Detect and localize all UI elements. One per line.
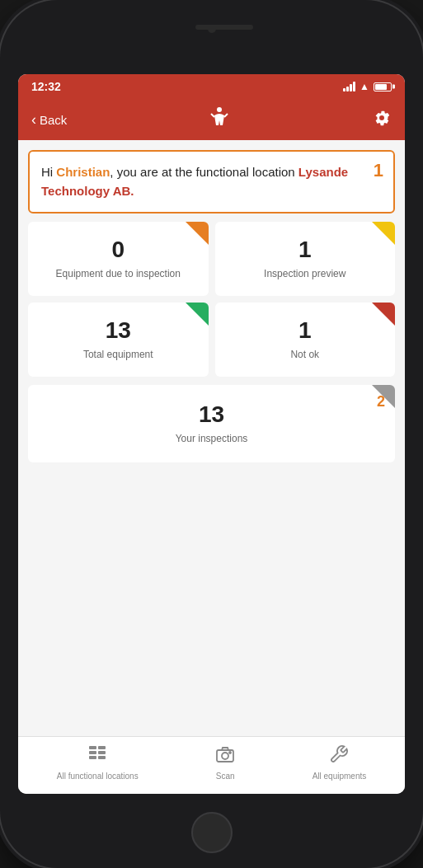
corner-triangle-red bbox=[372, 303, 395, 326]
tab-scan-label: Scan bbox=[216, 772, 235, 781]
welcome-prefix: Hi bbox=[41, 165, 56, 179]
home-button[interactable] bbox=[191, 812, 233, 853]
svg-rect-7 bbox=[89, 756, 96, 759]
total-equipment-label: Total equipment bbox=[83, 349, 153, 362]
not-ok-number: 1 bbox=[298, 317, 312, 344]
tab-all-locations[interactable]: All functional locations bbox=[57, 744, 139, 781]
svg-line-1 bbox=[211, 114, 214, 117]
tab-scan[interactable]: Scan bbox=[215, 744, 235, 781]
back-button[interactable]: ‹ Back bbox=[31, 111, 67, 129]
camera-icon bbox=[215, 744, 235, 769]
svg-point-10 bbox=[222, 753, 228, 759]
status-icons: ▲ bbox=[343, 81, 392, 92]
welcome-middle: , you are at the functional location bbox=[110, 165, 298, 179]
app-logo bbox=[206, 104, 233, 136]
corner-triangle-orange bbox=[186, 222, 209, 245]
logo-icon bbox=[206, 104, 233, 130]
phone-frame: 12:32 ▲ ‹ Back bbox=[0, 0, 423, 868]
user-name: Christian bbox=[56, 165, 110, 179]
equipment-due-number: 0 bbox=[111, 237, 125, 263]
phone-bottom bbox=[0, 794, 423, 868]
battery-icon bbox=[374, 82, 392, 91]
grid-icon bbox=[87, 744, 107, 769]
tab-equipments-label: All equipments bbox=[313, 772, 367, 781]
main-content: 1 Hi Christian, you are at the functiona… bbox=[18, 140, 405, 736]
svg-rect-6 bbox=[98, 751, 106, 754]
corner-triangle-yellow bbox=[372, 222, 395, 245]
speaker bbox=[195, 25, 253, 30]
welcome-text: Hi Christian, you are at the functional … bbox=[41, 163, 382, 200]
chevron-left-icon: ‹ bbox=[31, 111, 36, 129]
tab-all-equipments[interactable]: All equipments bbox=[313, 744, 367, 781]
inspections-card[interactable]: 2 13 Your inspections bbox=[28, 385, 395, 462]
svg-rect-4 bbox=[98, 746, 106, 749]
phone-screen: 12:32 ▲ ‹ Back bbox=[18, 74, 405, 794]
not-ok-label: Not ok bbox=[290, 349, 319, 362]
inspections-number: 13 bbox=[199, 401, 224, 428]
inspection-preview-card[interactable]: 1 Inspection preview bbox=[215, 222, 396, 296]
total-equipment-number: 13 bbox=[106, 317, 131, 344]
status-time: 12:32 bbox=[31, 80, 61, 93]
tab-locations-label: All functional locations bbox=[57, 772, 139, 781]
inspection-preview-number: 1 bbox=[298, 237, 312, 263]
svg-rect-5 bbox=[89, 751, 96, 754]
inspections-label: Your inspections bbox=[176, 433, 248, 446]
status-bar: 12:32 ▲ bbox=[18, 74, 405, 99]
not-ok-card[interactable]: 1 Not ok bbox=[215, 303, 396, 377]
stats-grid: 0 Equipment due to inspection 1 Inspecti… bbox=[28, 222, 395, 377]
inspection-preview-label: Inspection preview bbox=[264, 268, 345, 281]
svg-rect-8 bbox=[98, 756, 106, 759]
wifi-icon: ▲ bbox=[360, 81, 369, 92]
welcome-badge: 1 bbox=[374, 160, 383, 181]
nav-bar: ‹ Back bbox=[18, 99, 405, 140]
inspections-badge: 2 bbox=[377, 393, 385, 411]
svg-point-11 bbox=[229, 752, 231, 753]
wrench-icon bbox=[329, 744, 349, 769]
svg-line-2 bbox=[224, 114, 228, 117]
welcome-card: 1 Hi Christian, you are at the functiona… bbox=[28, 150, 395, 213]
total-equipment-card[interactable]: 13 Total equipment bbox=[28, 303, 209, 377]
signal-icon bbox=[343, 82, 355, 91]
phone-top bbox=[0, 0, 423, 74]
gear-icon bbox=[372, 108, 392, 128]
equipment-due-label: Equipment due to inspection bbox=[56, 268, 181, 281]
corner-triangle-green bbox=[186, 303, 209, 326]
settings-button[interactable] bbox=[372, 108, 392, 132]
svg-point-0 bbox=[217, 107, 222, 112]
back-label: Back bbox=[40, 113, 67, 127]
svg-rect-3 bbox=[89, 746, 96, 749]
equipment-due-card[interactable]: 0 Equipment due to inspection bbox=[28, 222, 209, 296]
tab-bar: All functional locations Scan bbox=[18, 736, 405, 794]
